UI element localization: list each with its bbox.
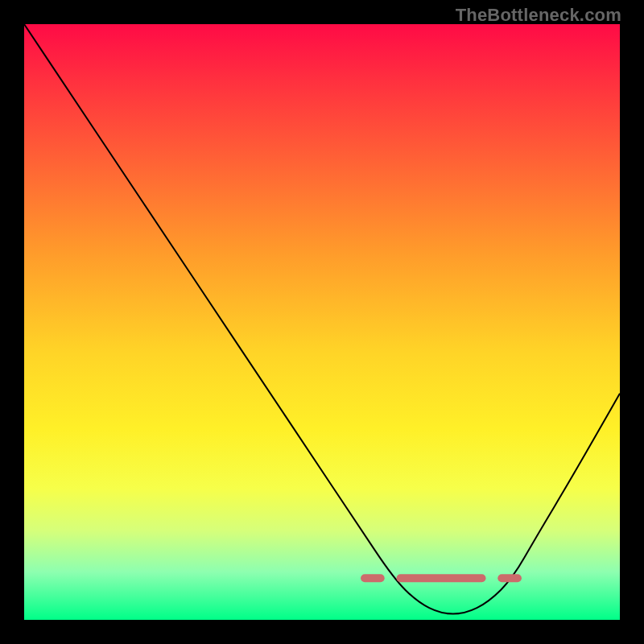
watermark-text: TheBottleneck.com xyxy=(456,5,621,26)
bottleneck-curve xyxy=(24,24,620,614)
plot-area xyxy=(24,24,620,620)
chart-container: TheBottleneck.com xyxy=(0,0,644,644)
optimal-band-segment-2 xyxy=(497,574,522,582)
optimal-band-segment-1 xyxy=(397,574,486,582)
plot-svg xyxy=(24,24,620,620)
optimal-band-segment-0 xyxy=(361,574,385,582)
